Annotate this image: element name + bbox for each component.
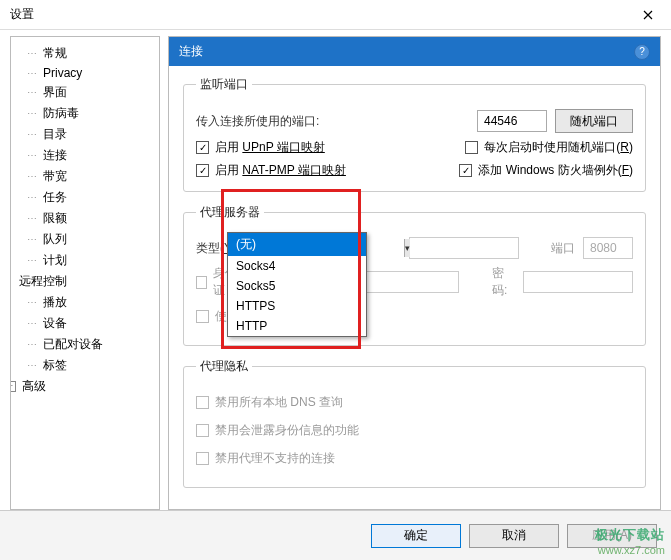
sidebar-item-label: 远程控制 [19, 273, 67, 290]
checkbox-icon [196, 452, 209, 465]
tree-dots-icon: ⋯ [27, 171, 37, 182]
panel-title: 连接 [179, 43, 203, 60]
sidebar-item-label: 目录 [43, 126, 67, 143]
section-privacy: 代理隐私 禁用所有本地 DNS 查询 禁用会泄露身份信息的功能 [183, 358, 646, 488]
checkbox-icon [196, 164, 209, 177]
sidebar-item-label: 设备 [43, 315, 67, 332]
titlebar: 设置 [0, 0, 671, 30]
sidebar-item-directories[interactable]: ⋯目录 [15, 124, 155, 145]
section-proxy-legend: 代理服务器 [196, 204, 264, 221]
close-icon [643, 10, 653, 20]
checkbox-label: 禁用代理不支持的连接 [215, 450, 335, 467]
proxy-pass-label: 密码: [492, 265, 515, 299]
row-incoming-port: 传入连接所使用的端口: 随机端口 [196, 109, 633, 133]
sidebar-item-remote[interactable]: 远程控制 [15, 271, 155, 292]
dropdown-option[interactable]: HTTP [228, 316, 366, 336]
upnp-checkbox[interactable]: 启用 UPnP 端口映射 [196, 139, 325, 156]
proxy-port-label: 端口 [551, 240, 575, 257]
proxy-port-input [583, 237, 633, 259]
sidebar-item-paired[interactable]: ⋯已配对设备 [15, 334, 155, 355]
chevron-down-icon[interactable]: ▾ [404, 239, 410, 257]
dropdown-option[interactable]: Socks4 [228, 256, 366, 276]
ok-button[interactable]: 确定 [371, 524, 461, 548]
random-start-checkbox[interactable]: 每次启动时使用随机端口(R) [465, 139, 633, 156]
sidebar-item-general[interactable]: ⋯常规 [15, 43, 155, 64]
privacy-leak-checkbox: 禁用会泄露身份信息的功能 [196, 422, 359, 439]
proxy-type-dropdown[interactable]: (无) Socks4 Socks5 HTTPS HTTP [227, 232, 367, 337]
close-button[interactable] [625, 0, 671, 30]
tree-dots-icon: ⋯ [27, 360, 37, 371]
proxy-host-input [409, 237, 519, 259]
sidebar-item-tasks[interactable]: ⋯任务 [15, 187, 155, 208]
help-icon[interactable]: ? [634, 44, 650, 60]
random-port-button[interactable]: 随机端口 [555, 109, 633, 133]
sidebar-item-advanced[interactable]: +高级 [15, 376, 155, 397]
footer: 确定 取消 应用(A) [0, 510, 671, 560]
sidebar-item-label: 已配对设备 [43, 336, 103, 353]
tree-dots-icon: ⋯ [27, 192, 37, 203]
firewall-checkbox[interactable]: 添加 Windows 防火墙例外(F) [459, 162, 633, 179]
checkbox-label: 禁用所有本地 DNS 查询 [215, 394, 343, 411]
sidebar-item-playback[interactable]: ⋯播放 [15, 292, 155, 313]
sidebar-item-quota[interactable]: ⋯限额 [15, 208, 155, 229]
dropdown-option[interactable]: Socks5 [228, 276, 366, 296]
checkbox-icon [196, 276, 207, 289]
row-privacy-leak: 禁用会泄露身份信息的功能 [196, 419, 633, 441]
section-listen: 监听端口 传入连接所使用的端口: 随机端口 启用 UPnP 端口映射 [183, 76, 646, 192]
sidebar-item-devices[interactable]: ⋯设备 [15, 313, 155, 334]
row-natpmp-firewall: 启用 NAT-PMP 端口映射 添加 Windows 防火墙例外(F) [196, 162, 633, 179]
window-title: 设置 [10, 6, 34, 23]
tree-dots-icon: ⋯ [27, 108, 37, 119]
checkbox-label: 启用 NAT-PMP 端口映射 [215, 162, 346, 179]
sidebar-item-label: 播放 [43, 294, 67, 311]
checkbox-icon [196, 141, 209, 154]
tree-dots-icon: ⋯ [27, 339, 37, 350]
row-privacy-unsupported: 禁用代理不支持的连接 [196, 447, 633, 469]
sidebar-item-antivirus[interactable]: ⋯防病毒 [15, 103, 155, 124]
checkbox-icon [196, 310, 209, 323]
privacy-unsupported-checkbox: 禁用代理不支持的连接 [196, 450, 335, 467]
panel-header: 连接 ? [169, 37, 660, 66]
sidebar-item-connection[interactable]: ⋯连接 [15, 145, 155, 166]
checkbox-icon [459, 164, 472, 177]
sidebar-item-tags[interactable]: ⋯标签 [15, 355, 155, 376]
expand-icon[interactable]: + [10, 381, 16, 392]
sidebar-item-bandwidth[interactable]: ⋯带宽 [15, 166, 155, 187]
sidebar-item-label: Privacy [43, 66, 82, 80]
checkbox-label: 禁用会泄露身份信息的功能 [215, 422, 359, 439]
sidebar-item-ui[interactable]: ⋯界面 [15, 82, 155, 103]
row-privacy-dns: 禁用所有本地 DNS 查询 [196, 391, 633, 413]
tree-dots-icon: ⋯ [27, 150, 37, 161]
sidebar-item-label: 高级 [22, 378, 46, 395]
sidebar-item-label: 队列 [43, 231, 67, 248]
tree-dots-icon: ⋯ [27, 48, 37, 59]
tree-dots-icon: ⋯ [27, 213, 37, 224]
sidebar-item-label: 限额 [43, 210, 67, 227]
sidebar-item-label: 常规 [43, 45, 67, 62]
sidebar-item-schedule[interactable]: ⋯计划 [15, 250, 155, 271]
sidebar-item-label: 任务 [43, 189, 67, 206]
incoming-port-label: 传入连接所使用的端口: [196, 113, 319, 130]
sidebar-item-queue[interactable]: ⋯队列 [15, 229, 155, 250]
sidebar-item-privacy[interactable]: ⋯Privacy [15, 64, 155, 82]
tree-dots-icon: ⋯ [27, 318, 37, 329]
dropdown-option[interactable]: (无) [228, 233, 366, 256]
privacy-dns-checkbox: 禁用所有本地 DNS 查询 [196, 394, 343, 411]
tree-dots-icon: ⋯ [27, 129, 37, 140]
incoming-port-input[interactable] [477, 110, 547, 132]
apply-button[interactable]: 应用(A) [567, 524, 657, 548]
natpmp-checkbox[interactable]: 启用 NAT-PMP 端口映射 [196, 162, 346, 179]
dropdown-option[interactable]: HTTPS [228, 296, 366, 316]
tree-dots-icon: ⋯ [27, 255, 37, 266]
sidebar-item-label: 界面 [43, 84, 67, 101]
sidebar-tree[interactable]: ⋯常规 ⋯Privacy ⋯界面 ⋯防病毒 ⋯目录 ⋯连接 ⋯带宽 ⋯任务 ⋯限… [10, 36, 160, 510]
checkbox-icon [196, 424, 209, 437]
checkbox-label: 添加 Windows 防火墙例外(F) [478, 162, 633, 179]
section-listen-legend: 监听端口 [196, 76, 252, 93]
sidebar-item-label: 标签 [43, 357, 67, 374]
cancel-button[interactable]: 取消 [469, 524, 559, 548]
tree-dots-icon: ⋯ [27, 234, 37, 245]
checkbox-icon [465, 141, 478, 154]
sidebar-item-label: 计划 [43, 252, 67, 269]
section-privacy-legend: 代理隐私 [196, 358, 252, 375]
